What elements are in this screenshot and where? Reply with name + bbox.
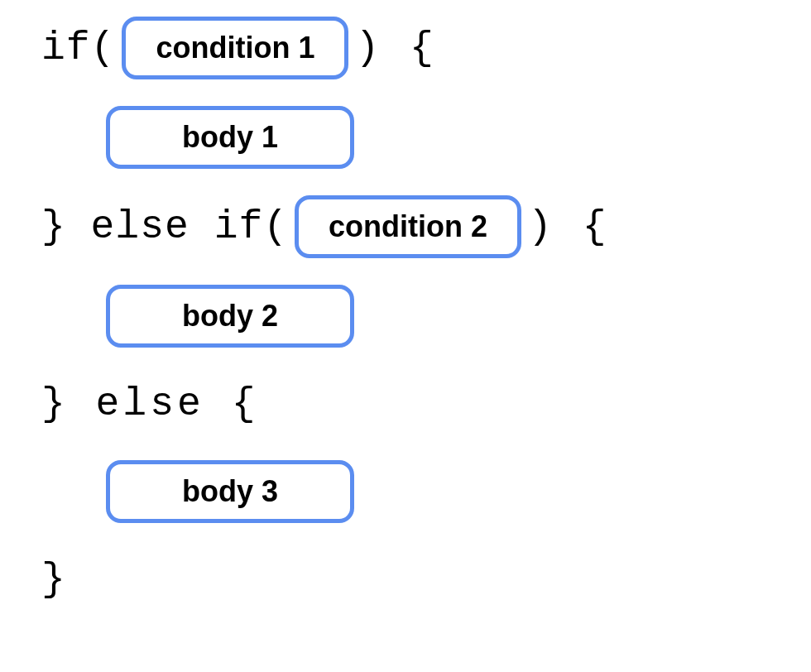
if-open: if( <box>41 26 115 70</box>
else-if-open: } else if( <box>41 204 288 249</box>
body-3-line: body 3 <box>41 460 770 523</box>
else-line: } else { <box>41 374 770 434</box>
condition-1-placeholder: condition 1 <box>122 17 348 79</box>
if-close: ) { <box>355 26 436 70</box>
if-line: if( condition 1 ) { <box>41 17 770 79</box>
body-3-placeholder: body 3 <box>106 460 354 523</box>
else-text: } else { <box>41 382 258 426</box>
closing-brace: } <box>41 557 69 602</box>
body-1-line: body 1 <box>41 106 770 169</box>
else-if-line: } else if( condition 2 ) { <box>41 195 770 258</box>
body-1-placeholder: body 1 <box>106 106 354 169</box>
else-if-close: ) { <box>528 204 609 249</box>
body-2-placeholder: body 2 <box>106 285 354 348</box>
condition-2-placeholder: condition 2 <box>295 195 521 258</box>
body-2-line: body 2 <box>41 285 770 348</box>
closing-brace-line: } <box>41 550 770 609</box>
